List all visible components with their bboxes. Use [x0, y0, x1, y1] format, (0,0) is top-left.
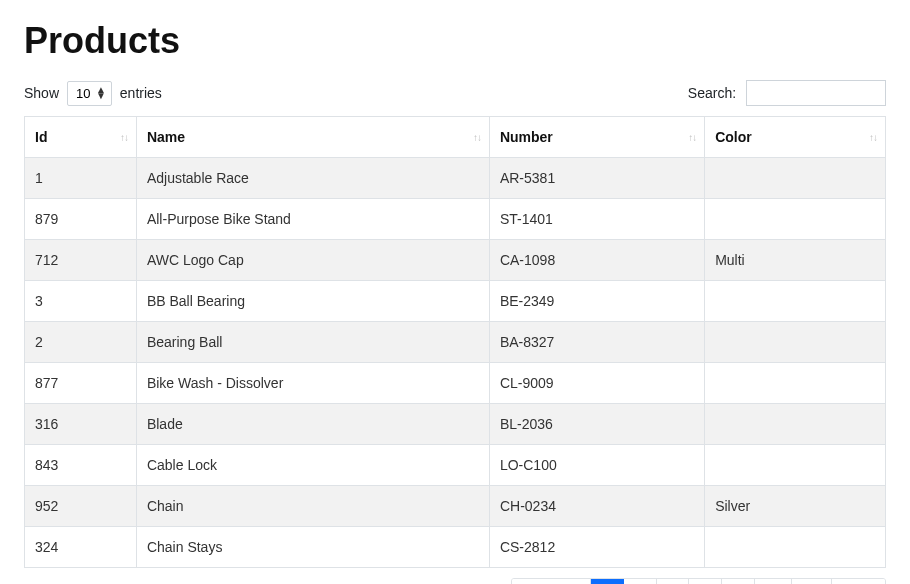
pagination-page[interactable]: 5: [722, 579, 755, 584]
table-cell-color: [705, 322, 886, 363]
table-cell-color: Multi: [705, 240, 886, 281]
table-cell-color: [705, 363, 886, 404]
table-cell-id: 877: [25, 363, 137, 404]
sort-icon: ↑↓: [688, 134, 696, 141]
column-label: Number: [500, 129, 553, 145]
column-header-id[interactable]: Id ↑↓: [25, 117, 137, 158]
search-control: Search:: [688, 80, 886, 106]
pagination-page[interactable]: 2: [624, 579, 657, 584]
table-cell-id: 843: [25, 445, 137, 486]
sort-icon: ↑↓: [120, 134, 128, 141]
search-input[interactable]: [746, 80, 886, 106]
table-cell-number: ST-1401: [489, 199, 704, 240]
table-cell-id: 2: [25, 322, 137, 363]
length-select[interactable]: 10: [67, 81, 112, 106]
table-cell-color: Silver: [705, 486, 886, 527]
table-cell-number: LO-C100: [489, 445, 704, 486]
pagination: Previous12345...51Next: [511, 578, 887, 584]
column-header-color[interactable]: Color ↑↓: [705, 117, 886, 158]
pagination-page[interactable]: 1: [591, 579, 624, 584]
table-row: 316BladeBL-2036: [25, 404, 886, 445]
table-cell-number: CL-9009: [489, 363, 704, 404]
table-cell-name: Blade: [136, 404, 489, 445]
search-label: Search:: [688, 85, 736, 101]
table-cell-number: CA-1098: [489, 240, 704, 281]
table-cell-name: Chain: [136, 486, 489, 527]
table-cell-name: Adjustable Race: [136, 158, 489, 199]
length-prefix: Show: [24, 85, 59, 101]
table-cell-id: 712: [25, 240, 137, 281]
pagination-page[interactable]: 51: [792, 579, 833, 584]
table-cell-name: Cable Lock: [136, 445, 489, 486]
sort-icon: ↑↓: [473, 134, 481, 141]
column-label: Id: [35, 129, 47, 145]
column-label: Name: [147, 129, 185, 145]
table-cell-id: 952: [25, 486, 137, 527]
table-row: 712AWC Logo CapCA-1098Multi: [25, 240, 886, 281]
table-cell-id: 324: [25, 527, 137, 568]
pagination-page[interactable]: 4: [689, 579, 722, 584]
table-cell-id: 316: [25, 404, 137, 445]
table-cell-name: Chain Stays: [136, 527, 489, 568]
pagination-page[interactable]: 3: [657, 579, 690, 584]
table-cell-color: [705, 158, 886, 199]
table-cell-number: AR-5381: [489, 158, 704, 199]
pagination-ellipsis: ...: [755, 579, 792, 584]
table-row: 2Bearing BallBA-8327: [25, 322, 886, 363]
column-header-name[interactable]: Name ↑↓: [136, 117, 489, 158]
table-cell-number: CS-2812: [489, 527, 704, 568]
column-label: Color: [715, 129, 752, 145]
table-cell-number: BE-2349: [489, 281, 704, 322]
sort-icon: ↑↓: [869, 134, 877, 141]
products-table: Id ↑↓ Name ↑↓ Number ↑↓ Color ↑↓ 1Adjust…: [24, 116, 886, 568]
table-row: 3BB Ball BearingBE-2349: [25, 281, 886, 322]
table-cell-name: All-Purpose Bike Stand: [136, 199, 489, 240]
table-row: 879All-Purpose Bike StandST-1401: [25, 199, 886, 240]
table-row: 843Cable LockLO-C100: [25, 445, 886, 486]
table-cell-name: Bike Wash - Dissolver: [136, 363, 489, 404]
table-row: 324Chain StaysCS-2812: [25, 527, 886, 568]
table-cell-id: 3: [25, 281, 137, 322]
table-cell-color: [705, 281, 886, 322]
table-cell-number: BL-2036: [489, 404, 704, 445]
table-cell-name: BB Ball Bearing: [136, 281, 489, 322]
table-cell-id: 1: [25, 158, 137, 199]
table-row: 952ChainCH-0234Silver: [25, 486, 886, 527]
table-cell-id: 879: [25, 199, 137, 240]
table-cell-number: BA-8327: [489, 322, 704, 363]
pagination-previous: Previous: [512, 579, 591, 584]
pagination-next[interactable]: Next: [832, 579, 885, 584]
table-row: 1Adjustable RaceAR-5381: [25, 158, 886, 199]
table-row: 877Bike Wash - DissolverCL-9009: [25, 363, 886, 404]
table-cell-color: [705, 445, 886, 486]
table-cell-name: Bearing Ball: [136, 322, 489, 363]
table-cell-color: [705, 404, 886, 445]
page-title: Products: [24, 20, 886, 62]
length-control: Show 10 ▲▼ entries: [24, 81, 162, 106]
column-header-number[interactable]: Number ↑↓: [489, 117, 704, 158]
table-cell-color: [705, 527, 886, 568]
table-cell-color: [705, 199, 886, 240]
table-cell-number: CH-0234: [489, 486, 704, 527]
length-suffix: entries: [120, 85, 162, 101]
table-cell-name: AWC Logo Cap: [136, 240, 489, 281]
